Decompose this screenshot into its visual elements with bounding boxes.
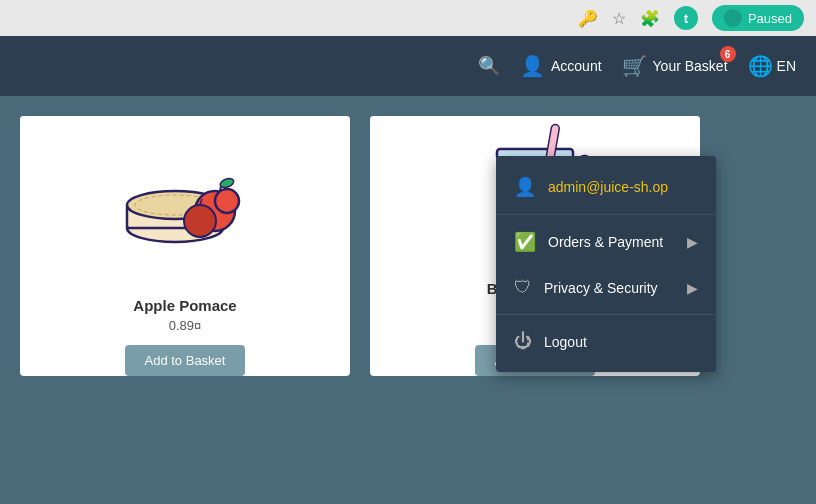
product-card-apple-pomace: Apple Pomace 0.89¤ Add to Basket: [20, 116, 350, 376]
logout-label: Logout: [544, 334, 587, 350]
dropdown-divider-1: [496, 214, 716, 215]
person-circle-icon: 👤: [514, 176, 536, 198]
privacy-arrow-icon: ▶: [687, 280, 698, 296]
dropdown-divider-2: [496, 314, 716, 315]
language-label: EN: [777, 58, 796, 74]
product-name-apple-pomace: Apple Pomace: [133, 297, 236, 314]
basket-badge: 6: [720, 46, 736, 62]
product-info-apple-pomace: Apple Pomace 0.89¤: [133, 289, 236, 337]
orders-arrow-icon: ▶: [687, 234, 698, 250]
shield-icon: 🛡: [514, 277, 532, 298]
paused-label: Paused: [748, 11, 792, 26]
orders-label: Orders & Payment: [548, 234, 663, 250]
svg-point-7: [219, 176, 235, 188]
product-price-apple-pomace: 0.89¤: [133, 318, 236, 333]
globe-icon: 🌐: [748, 54, 773, 78]
language-button[interactable]: 🌐 EN: [748, 54, 796, 78]
dropdown-logout-item[interactable]: ⏻ Logout: [496, 319, 716, 364]
key-icon[interactable]: 🔑: [578, 9, 598, 28]
account-person-icon: 👤: [520, 54, 545, 78]
dropdown-email-item: 👤 admin@juice-sh.op: [496, 164, 716, 210]
puzzle-icon[interactable]: 🧩: [640, 9, 660, 28]
basket-label: Your Basket: [653, 58, 728, 74]
svg-point-8: [184, 205, 216, 237]
user-avatar-browser[interactable]: t: [674, 6, 698, 30]
browser-bar: 🔑 ☆ 🧩 t Paused: [0, 0, 816, 36]
basket-button[interactable]: 🛒 Your Basket 6: [622, 54, 728, 78]
basket-icon: 🛒: [622, 54, 647, 78]
account-button[interactable]: 👤 Account: [520, 54, 602, 78]
star-icon[interactable]: ☆: [612, 9, 626, 28]
app-header: 🔍 👤 Account 🛒 Your Basket 6 🌐 EN: [0, 36, 816, 96]
add-to-basket-button-apple-pomace[interactable]: Add to Basket: [125, 345, 246, 376]
dropdown-email: admin@juice-sh.op: [548, 179, 668, 195]
product-image-apple-pomace: [20, 116, 350, 289]
paused-button[interactable]: Paused: [712, 5, 804, 31]
account-dropdown-menu: 👤 admin@juice-sh.op ✅ Orders & Payment ▶…: [496, 156, 716, 372]
account-label: Account: [551, 58, 602, 74]
main-content: Apple Pomace 0.89¤ Add to Basket: [0, 96, 816, 504]
dropdown-privacy-item[interactable]: 🛡 Privacy & Security ▶: [496, 265, 716, 310]
logout-icon: ⏻: [514, 331, 532, 352]
orders-icon: ✅: [514, 231, 536, 253]
privacy-label: Privacy & Security: [544, 280, 658, 296]
svg-point-5: [215, 189, 239, 213]
dropdown-orders-item[interactable]: ✅ Orders & Payment ▶: [496, 219, 716, 265]
search-icon[interactable]: 🔍: [478, 55, 500, 77]
